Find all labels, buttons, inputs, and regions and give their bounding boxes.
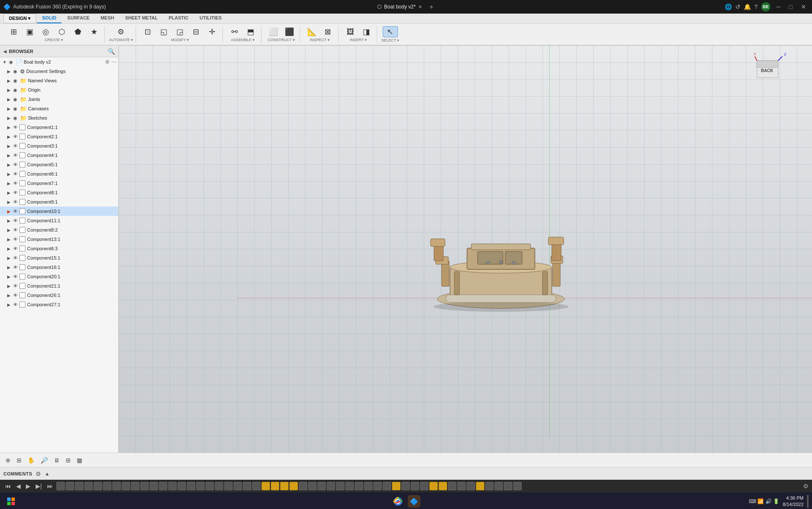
browser-item-component5[interactable]: ▶ 👁 Component5:1 — [0, 160, 118, 169]
c21-eye[interactable]: 👁 — [12, 283, 19, 288]
c11-eye[interactable]: 👁 — [12, 218, 19, 223]
timeline-item-18[interactable] — [224, 482, 233, 490]
doc-settings-eye[interactable]: ◉ — [12, 69, 19, 74]
c2-eye[interactable]: 👁 — [12, 134, 19, 139]
browser-item-component8b[interactable]: ▶ 👁 Component8:2 — [0, 225, 118, 235]
maximize-btn[interactable]: □ — [787, 3, 795, 10]
timeline-item-21[interactable] — [252, 482, 261, 490]
shell-btn[interactable]: ⊟ — [189, 27, 204, 37]
timeline-item-47[interactable] — [495, 482, 503, 490]
timeline-item-27[interactable] — [308, 482, 317, 490]
browser-item-component13[interactable]: ▶ 👁 Component13:1 — [0, 235, 118, 244]
insert-image-btn[interactable]: 🖼 — [343, 27, 358, 37]
select-btn[interactable]: ↖ — [383, 26, 398, 37]
browser-item-component10[interactable]: ▶ 👁 Component1:1 — [0, 123, 118, 132]
timeline-item-0[interactable] — [56, 482, 65, 490]
timeline-item-39[interactable] — [420, 482, 428, 490]
tl-next-btn[interactable]: ▶| — [34, 483, 44, 489]
timeline-item-48[interactable] — [504, 482, 512, 490]
fillet-btn[interactable]: ◱ — [156, 27, 172, 37]
tab-surface[interactable]: SURFACE — [62, 14, 95, 23]
offset-plane-btn[interactable]: ⬜ — [266, 27, 281, 37]
design-mode-button[interactable]: DESIGN ▾ — [3, 14, 36, 23]
root-settings-icon[interactable]: ⚙ — [105, 59, 110, 65]
timeline-item-28[interactable] — [317, 482, 326, 490]
timeline-item-36[interactable] — [392, 482, 400, 490]
browser-item-component16[interactable]: ▶ 👁 Component16:1 — [0, 263, 118, 272]
timeline-item-7[interactable] — [122, 482, 130, 490]
user-avatar[interactable]: RR — [761, 2, 770, 11]
comments-settings-icon[interactable]: ⚙ — [36, 470, 41, 477]
c4-eye[interactable]: 👁 — [12, 153, 19, 158]
comments-expand-icon[interactable]: ▲ — [44, 471, 50, 477]
revolve-btn[interactable]: ◎ — [38, 27, 53, 37]
press-pull-btn[interactable]: ⊡ — [140, 27, 156, 37]
timeline-item-2[interactable] — [75, 482, 83, 490]
timeline-item-14[interactable] — [187, 482, 195, 490]
joints-eye[interactable]: ◉ — [12, 97, 19, 102]
timeline-item-37[interactable] — [401, 482, 410, 490]
browser-item-component4[interactable]: ▶ 👁 Component4:1 — [0, 151, 118, 160]
timeline-item-10[interactable] — [150, 482, 158, 490]
tab-icon-notify[interactable]: 🔔 — [744, 3, 751, 10]
tab-icon-refresh[interactable]: ↺ — [735, 3, 740, 10]
display-mode-btn[interactable]: 🖥 — [52, 456, 62, 464]
c8b-eye[interactable]: 👁 — [12, 227, 19, 232]
c16-eye[interactable]: 👁 — [12, 265, 19, 270]
measure-btn[interactable]: 📐 — [304, 27, 320, 37]
timeline-item-45[interactable] — [476, 482, 484, 490]
c6-eye[interactable]: 👁 — [12, 171, 19, 176]
sweep-btn[interactable]: ⬡ — [54, 27, 70, 37]
timeline-item-25[interactable] — [289, 482, 298, 490]
tab-icon-online[interactable]: 🌐 — [725, 3, 732, 10]
new-tab-icon[interactable]: ＋ — [428, 3, 435, 11]
timeline-item-46[interactable] — [485, 482, 494, 490]
browser-item-component27[interactable]: ▶ 👁 Component27:1 — [0, 300, 118, 309]
timeline-item-17[interactable] — [215, 482, 223, 490]
c15-eye[interactable]: 👁 — [12, 255, 19, 260]
named-views-eye[interactable]: ◉ — [12, 78, 19, 84]
root-eye-icon[interactable]: ◉ — [8, 59, 14, 65]
start-button[interactable] — [3, 494, 19, 509]
tl-play-btn[interactable]: ▶ — [24, 483, 32, 489]
tl-back-btn[interactable]: ⏮ — [3, 483, 13, 489]
automate-btn[interactable]: ⚙ — [113, 27, 128, 37]
joint-btn[interactable]: ⚯ — [227, 27, 242, 37]
browser-item-component21[interactable]: ▶ 👁 Component21:1 — [0, 281, 118, 291]
tl-prev-btn[interactable]: ◀ — [14, 483, 22, 489]
browser-item-component26[interactable]: ▶ 👁 Component26:1 — [0, 291, 118, 300]
browser-item-named-views[interactable]: ▶ ◉ 📁 Named Views — [0, 76, 118, 85]
timeline-item-24[interactable] — [280, 482, 289, 490]
timeline-item-43[interactable] — [457, 482, 466, 490]
timeline-item-9[interactable] — [140, 482, 149, 490]
c8-eye[interactable]: 👁 — [12, 190, 19, 195]
timeline-item-32[interactable] — [355, 482, 363, 490]
timeline-item-34[interactable] — [373, 482, 382, 490]
browser-item-doc-settings[interactable]: ▶ ◉ ⚙ Document Settings — [0, 67, 118, 76]
browser-item-component20[interactable]: ▶ 👁 Component20:1 — [0, 272, 118, 281]
decal-btn[interactable]: ◨ — [359, 27, 374, 37]
tab-sheet-metal[interactable]: SHEET METAL — [120, 14, 163, 23]
tab-icon-help[interactable]: ? — [754, 3, 758, 10]
timeline-item-41[interactable] — [439, 482, 447, 490]
c5-eye[interactable]: 👁 — [12, 162, 19, 167]
timeline-item-35[interactable] — [383, 482, 391, 490]
minimize-btn[interactable]: ─ — [774, 3, 783, 10]
sketches-eye[interactable]: ◉ — [12, 115, 19, 121]
new-component-btn[interactable]: ⊞ — [6, 27, 21, 37]
browser-item-component2[interactable]: ▶ 👁 Component2:1 — [0, 132, 118, 141]
c6c-eye[interactable]: 👁 — [12, 246, 19, 251]
browser-item-component6c[interactable]: ▶ 👁 Component6:3 — [0, 244, 118, 253]
timeline-item-40[interactable] — [429, 482, 438, 490]
browser-item-origin[interactable]: ▶ ◉ 📁 Origin — [0, 85, 118, 95]
timeline-item-11[interactable] — [159, 482, 167, 490]
view-options-btn[interactable]: ▦ — [75, 456, 84, 464]
tab-plastic[interactable]: PLASTIC — [164, 14, 194, 23]
chamfer-btn[interactable]: ◲ — [172, 27, 188, 37]
asbuilt-joint-btn[interactable]: ⬒ — [243, 27, 259, 37]
timeline-item-44[interactable] — [467, 482, 475, 490]
c20-eye[interactable]: 👁 — [12, 274, 19, 279]
timeline-item-8[interactable] — [131, 482, 139, 490]
tab-close-icon[interactable]: ✕ — [418, 4, 422, 10]
tab-solid[interactable]: SOLID — [37, 14, 61, 23]
